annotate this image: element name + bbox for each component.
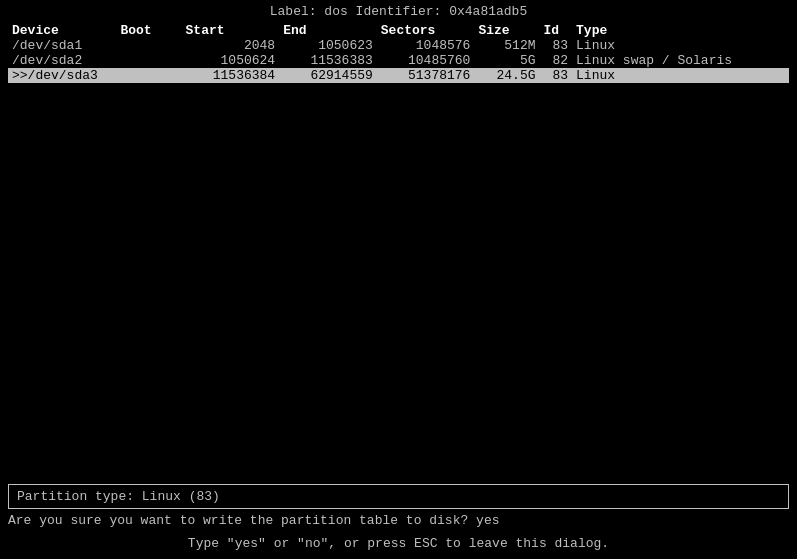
col-header-sectors: Sectors xyxy=(377,23,475,38)
bottom-area: Partition type: Linux (83) Are you sure … xyxy=(8,480,789,555)
table-cell-6: 83 xyxy=(540,68,573,83)
table-cell-7: Linux xyxy=(572,68,789,83)
table-cell-3: 62914559 xyxy=(279,68,377,83)
table-cell-7: Linux xyxy=(572,38,789,53)
instruction-line: Type "yes" or "no", or press ESC to leav… xyxy=(8,536,789,551)
confirm-line: Are you sure you want to write the parti… xyxy=(8,513,789,528)
table-header-row: Device Boot Start End Sectors Size Id Ty… xyxy=(8,23,789,38)
table-cell-5: 24.5G xyxy=(474,68,539,83)
table-cell-3: 11536383 xyxy=(279,53,377,68)
table-cell-5: 5G xyxy=(474,53,539,68)
col-header-device: Device xyxy=(8,23,116,38)
table-cell-1 xyxy=(116,38,181,53)
table-row[interactable]: >>/dev/sda311536384629145595137817624.5G… xyxy=(8,68,789,83)
table-cell-0: /dev/sda1 xyxy=(8,38,116,53)
table-cell-2: 1050624 xyxy=(182,53,280,68)
col-header-id: Id xyxy=(540,23,573,38)
col-header-end: End xyxy=(279,23,377,38)
table-cell-0: /dev/sda2 xyxy=(8,53,116,68)
partition-type-box: Partition type: Linux (83) xyxy=(8,484,789,509)
col-header-size: Size xyxy=(474,23,539,38)
table-row[interactable]: /dev/sda1204810506231048576512M83Linux xyxy=(8,38,789,53)
col-header-start: Start xyxy=(182,23,280,38)
table-cell-3: 1050623 xyxy=(279,38,377,53)
table-cell-2: 11536384 xyxy=(182,68,280,83)
terminal-screen: Label: dos Identifier: 0x4a81adb5 Device… xyxy=(0,0,797,559)
partition-table-area: Device Boot Start End Sectors Size Id Ty… xyxy=(8,23,789,480)
partition-table: Device Boot Start End Sectors Size Id Ty… xyxy=(8,23,789,83)
table-cell-4: 10485760 xyxy=(377,53,475,68)
table-cell-2: 2048 xyxy=(182,38,280,53)
table-cell-4: 1048576 xyxy=(377,38,475,53)
table-cell-6: 82 xyxy=(540,53,573,68)
table-cell-4: 51378176 xyxy=(377,68,475,83)
col-header-type: Type xyxy=(572,23,789,38)
table-cell-1 xyxy=(116,53,181,68)
table-row[interactable]: /dev/sda2105062411536383104857605G82Linu… xyxy=(8,53,789,68)
col-header-boot: Boot xyxy=(116,23,181,38)
table-cell-6: 83 xyxy=(540,38,573,53)
table-cell-1 xyxy=(116,68,181,83)
table-cell-7: Linux swap / Solaris xyxy=(572,53,789,68)
table-cell-5: 512M xyxy=(474,38,539,53)
table-cell-0: >>/dev/sda3 xyxy=(8,68,116,83)
disk-label: Label: dos Identifier: 0x4a81adb5 xyxy=(8,4,789,19)
partition-rows: /dev/sda1204810506231048576512M83Linux /… xyxy=(8,38,789,83)
